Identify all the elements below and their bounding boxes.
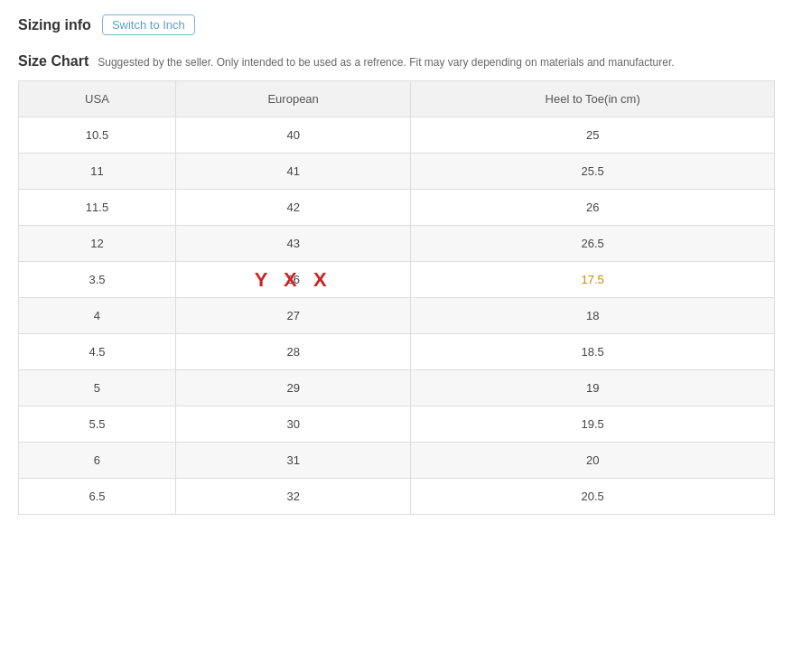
cell-heel-to-toe: 19: [411, 370, 775, 406]
cell-usa: 5.5: [19, 406, 176, 443]
cell-usa: 6: [19, 443, 176, 479]
sizing-info-title: Sizing info: [18, 17, 91, 33]
cell-heel-to-toe: 19.5: [411, 406, 775, 443]
cell-european: 29: [175, 370, 410, 406]
table-row: 3.526Y X X17.5: [19, 262, 775, 298]
col-header-european: European: [175, 81, 410, 117]
cell-european: 32: [175, 479, 410, 515]
cell-heel-to-toe: 25.5: [411, 154, 775, 190]
cell-european: 43: [175, 226, 410, 262]
cell-heel-to-toe: 18: [411, 298, 775, 334]
cell-usa: 12: [19, 226, 176, 262]
table-header-row: USA European Heel to Toe(in cm): [19, 81, 775, 117]
cell-usa: 4.5: [19, 334, 176, 370]
size-chart-note: Suggested by the seller. Only intended t…: [98, 56, 674, 69]
cell-european: 30: [175, 406, 410, 443]
cell-usa: 10.5: [19, 117, 176, 154]
col-header-usa: USA: [19, 81, 176, 117]
cell-usa: 6.5: [19, 479, 176, 515]
size-chart-table: USA European Heel to Toe(in cm) 10.54025…: [18, 80, 775, 515]
table-row: 124326.5: [19, 226, 775, 262]
cell-european: 31: [175, 443, 410, 479]
cell-usa: 4: [19, 298, 176, 334]
col-header-heel-to-toe: Heel to Toe(in cm): [411, 81, 775, 117]
cell-usa: 11: [19, 154, 176, 190]
sizing-info-header: Sizing info Switch to Inch: [18, 14, 775, 35]
cell-european: 42: [175, 190, 410, 226]
table-row: 11.54226: [19, 190, 775, 226]
cell-european: 41: [175, 154, 410, 190]
table-row: 52919: [19, 370, 775, 406]
table-row: 114125.5: [19, 154, 775, 190]
yxx-overlay-text: Y X X: [255, 268, 332, 292]
cell-european: 40: [175, 117, 410, 154]
switch-to-inch-button[interactable]: Switch to Inch: [102, 14, 195, 35]
cell-heel-to-toe: 26: [411, 190, 775, 226]
cell-heel-to-toe: 18.5: [411, 334, 775, 370]
cell-european: 26Y X X: [175, 262, 410, 298]
cell-heel-to-toe: 20.5: [411, 479, 775, 515]
table-row: 6.53220.5: [19, 479, 775, 515]
table-row: 63120: [19, 443, 775, 479]
cell-heel-to-toe: 26.5: [411, 226, 775, 262]
cell-heel-to-toe: 25: [411, 117, 775, 154]
table-row: 4.52818.5: [19, 334, 775, 370]
cell-european: 27: [175, 298, 410, 334]
cell-usa: 11.5: [19, 190, 176, 226]
size-chart-header: Size Chart Suggested by the seller. Only…: [18, 53, 775, 70]
cell-usa: 3.5: [19, 262, 176, 298]
cell-european: 28: [175, 334, 410, 370]
table-row: 5.53019.5: [19, 406, 775, 443]
table-row: 42718: [19, 298, 775, 334]
table-row: 10.54025: [19, 117, 775, 154]
cell-heel-to-toe: 17.5: [411, 262, 775, 298]
cell-heel-to-toe: 20: [411, 443, 775, 479]
size-chart-title: Size Chart: [18, 53, 89, 70]
cell-usa: 5: [19, 370, 176, 406]
